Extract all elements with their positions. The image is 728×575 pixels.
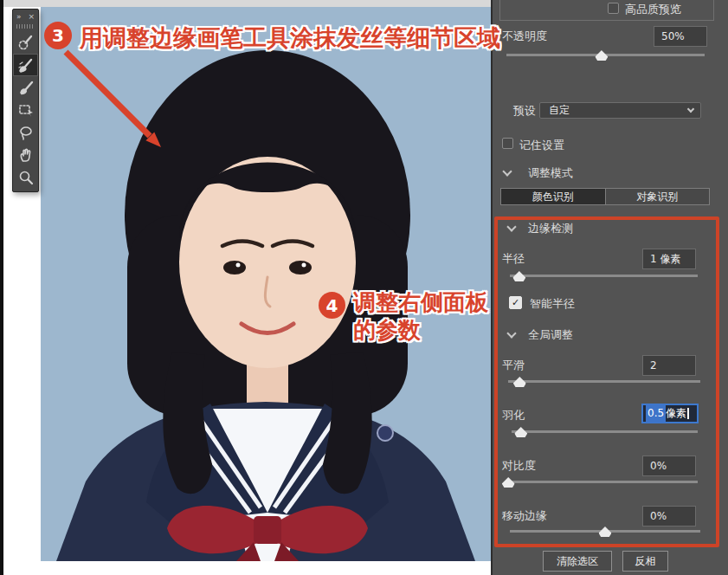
preset-dropdown[interactable]: 自定 bbox=[539, 102, 701, 119]
opacity-label: 不透明度 bbox=[502, 29, 547, 44]
select-and-mask-workspace: 高品质预览 不透明度 50% 预设 自定 记住设置 调整模式 颜色识别 对象识别… bbox=[0, 0, 728, 575]
preview-group-box bbox=[499, 0, 714, 21]
zoom-tool[interactable] bbox=[13, 166, 38, 189]
chevron-down-icon bbox=[687, 106, 694, 113]
opacity-slider-thumb[interactable] bbox=[595, 50, 608, 61]
lasso-icon bbox=[17, 124, 35, 141]
opacity-slider[interactable] bbox=[506, 48, 705, 61]
tools-palette: » × bbox=[12, 9, 39, 192]
brush-tool[interactable] bbox=[13, 76, 38, 99]
remember-settings-checkbox[interactable] bbox=[502, 138, 513, 149]
collapse-panel-icon[interactable]: » bbox=[16, 12, 22, 21]
refine-edge-brush-icon bbox=[17, 56, 35, 74]
portrait-photo bbox=[41, 7, 491, 561]
object-aware-button[interactable]: 对象识别 bbox=[605, 189, 710, 204]
preset-label: 预设 bbox=[513, 103, 536, 119]
high-quality-preview-label: 高品质预览 bbox=[625, 2, 681, 17]
close-icon[interactable]: × bbox=[28, 12, 35, 21]
app-edge-strip bbox=[0, 0, 3, 575]
zoom-icon bbox=[17, 169, 35, 186]
canvas-top-gutter bbox=[3, 0, 491, 7]
quick-selection-tool[interactable] bbox=[13, 31, 38, 54]
highlight-rectangle bbox=[494, 216, 719, 547]
invert-button[interactable]: 反相 bbox=[622, 551, 668, 572]
clear-selection-button[interactable]: 清除选区 bbox=[543, 551, 612, 572]
grip-handle[interactable] bbox=[16, 24, 35, 29]
hand-icon bbox=[17, 146, 35, 164]
color-aware-button[interactable]: 颜色识别 bbox=[501, 189, 605, 204]
refine-mode-buttons: 颜色识别 对象识别 bbox=[500, 188, 710, 205]
document-canvas[interactable] bbox=[41, 7, 491, 561]
preset-value: 自定 bbox=[549, 104, 570, 116]
opacity-value[interactable]: 50% bbox=[654, 26, 707, 47]
lasso-tool[interactable] bbox=[13, 121, 38, 144]
brush-icon bbox=[17, 79, 35, 96]
quick-selection-icon bbox=[17, 34, 35, 51]
refine-mode-chevron-icon[interactable] bbox=[502, 166, 512, 176]
refine-edge-brush-tool[interactable] bbox=[13, 54, 38, 76]
object-selection-tool[interactable] bbox=[13, 99, 38, 121]
hand-tool[interactable] bbox=[13, 144, 38, 166]
remember-settings-label: 记住设置 bbox=[519, 138, 564, 153]
object-selection-icon bbox=[17, 101, 35, 119]
high-quality-preview-checkbox[interactable] bbox=[608, 3, 619, 14]
refine-mode-label: 调整模式 bbox=[528, 165, 573, 181]
